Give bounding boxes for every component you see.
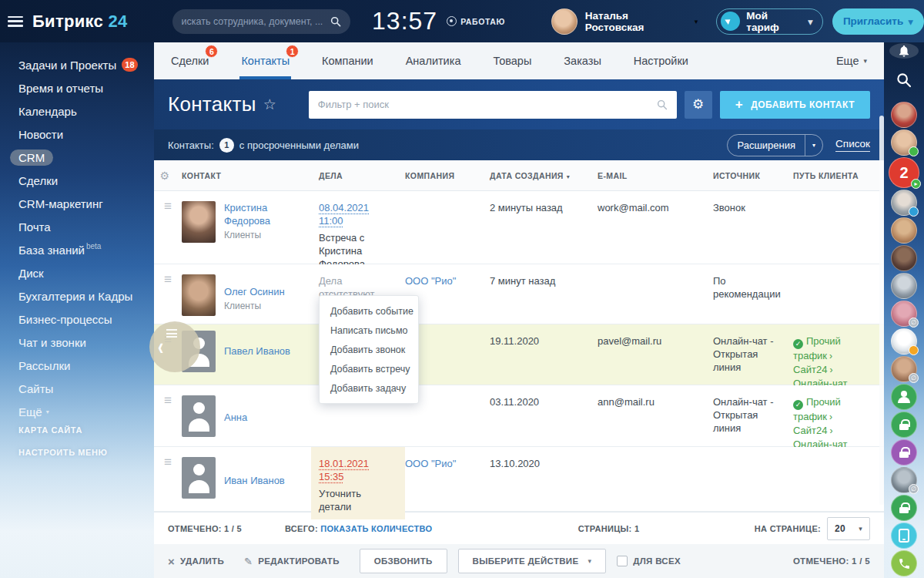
list-view-link[interactable]: Список [835, 138, 870, 152]
connected-device-button[interactable] [891, 523, 917, 549]
sidebar-item-tasks[interactable]: Задачи и Проекты18 [18, 53, 154, 76]
for-all-checkbox[interactable]: ДЛЯ ВСЕХ [617, 556, 681, 566]
collapse-sidebar-button[interactable]: ‹ [149, 321, 200, 372]
choose-action-dropdown[interactable]: ВЫБЕРИТЕ ДЕЙСТВИЕ▾ [458, 549, 607, 573]
tab-contacts[interactable]: Контакты1 [241, 42, 290, 79]
private-chat-lock-1[interactable] [891, 412, 917, 438]
tab-analytics[interactable]: Аналитика [406, 42, 461, 79]
drag-handle[interactable]: ≡ [154, 447, 182, 519]
sidebar-item-more[interactable]: Ещё▾ [18, 400, 154, 423]
sitemap-link[interactable]: КАРТА САЙТА [18, 425, 108, 435]
menu-item-add-task[interactable]: Добавить задачу [320, 378, 418, 398]
tab-orders[interactable]: Заказы [564, 42, 601, 79]
chat-user-icon-green[interactable] [891, 384, 917, 410]
view-settings-button[interactable]: ⚙ [685, 91, 712, 119]
chat-avatar-man-2[interactable] [891, 217, 917, 244]
col-path[interactable]: ПУТЬ КЛИЕНТА [793, 171, 884, 180]
drag-handle[interactable]: ≡ [154, 264, 182, 324]
table-row[interactable]: ≡ Иван Иванов 18.01.2021 15:35 Уточнить … [154, 447, 884, 512]
menu-item-add-event[interactable]: Добавить событие [320, 301, 418, 321]
contact-avatar[interactable] [182, 201, 216, 243]
contact-name-link[interactable]: Олег Осинин [224, 285, 285, 298]
sidebar-item-crm[interactable]: CRM [18, 146, 154, 169]
rail-search-button[interactable] [896, 72, 912, 91]
sidebar-item-chat-calls[interactable]: Чат и звонки [18, 331, 154, 354]
sidebar-item-time[interactable]: Время и отчеты [18, 76, 154, 99]
tab-products[interactable]: Товары [493, 42, 531, 79]
private-chat-lock-purple[interactable] [891, 439, 917, 465]
sidebar-item-mail[interactable]: Почта [18, 215, 154, 238]
activity-date-link[interactable]: 08.04.2021 11:00 [319, 201, 387, 227]
table-row[interactable]: ≡ Кристина Федорова Клиенты 08.04.2021 1… [154, 191, 884, 264]
user-menu[interactable]: Наталья Ростовская ▾ [551, 8, 698, 35]
favorite-star-icon[interactable]: ☆ [263, 96, 276, 113]
show-count-link[interactable]: ПОКАЗАТЬ КОЛИЧЕСТВО [320, 524, 432, 533]
columns-settings-gear-icon[interactable]: ⚙ [154, 170, 182, 182]
call-button[interactable]: ОБЗВОНИТЬ [360, 549, 447, 573]
contact-avatar-placeholder[interactable] [182, 457, 216, 499]
delete-button[interactable]: ×УДАЛИТЬ [168, 555, 224, 568]
sidebar-item-accounting[interactable]: Бухгалтерия и Кадры [18, 284, 154, 307]
configure-menu-link[interactable]: НАСТРОИТЬ МЕНЮ [18, 448, 108, 457]
logo[interactable]: Битрикс 24 [32, 12, 128, 32]
tab-more[interactable]: Еще▾ [836, 42, 867, 79]
chat-avatar-man-red[interactable] [891, 102, 917, 128]
private-chat-lock-2[interactable] [891, 495, 917, 521]
chat-avatar-woman-2[interactable]: ∅ [891, 301, 917, 327]
notifications-button[interactable] [889, 43, 919, 59]
sidebar-item-news[interactable]: Новости [18, 123, 154, 146]
chat-avatar-man-elder[interactable] [891, 190, 917, 216]
table-row[interactable]: ≡ Олег Осинин Клиенты Дела отсутствуют О… [154, 264, 884, 324]
col-email[interactable]: E-MAIL [598, 171, 713, 180]
overdue-count-badge[interactable]: 1 [219, 138, 234, 153]
tab-deals[interactable]: Сделки6 [171, 42, 209, 79]
chevron-down-icon[interactable]: ▾ [805, 135, 822, 156]
global-search[interactable] [172, 9, 350, 34]
menu-item-add-call[interactable]: Добавить звонок [320, 340, 418, 359]
invite-button[interactable]: Пригласить ▾ [832, 8, 924, 35]
sidebar-item-business-processes[interactable]: Бизнес-процессы [18, 307, 154, 331]
chat-avatar-man-4[interactable] [891, 273, 917, 299]
call-button[interactable] [891, 550, 917, 576]
per-page-select[interactable]: 20▾ [827, 517, 870, 540]
col-company[interactable]: КОМПАНИЯ [405, 171, 490, 180]
table-row-selected[interactable]: ≡ Павел Иванов 19.11.2020 pavel@mail.ru … [154, 324, 884, 386]
col-created[interactable]: ДАТА СОЗДАНИЯ▾ [490, 171, 598, 180]
sidebar-item-newsletters[interactable]: Рассылки [18, 354, 154, 377]
sidebar-item-crm-marketing[interactable]: CRM-маркетинг [18, 192, 154, 215]
sidebar-item-knowledge-base[interactable]: База знанийbeta [18, 238, 154, 261]
contact-avatar-placeholder[interactable] [182, 395, 216, 437]
sidebar-item-sites[interactable]: Сайты [18, 377, 154, 400]
company-link[interactable]: ООО "Рио" [405, 275, 456, 287]
menu-item-add-meeting[interactable]: Добавить встречу [320, 359, 418, 378]
col-activity[interactable]: ДЕЛА [319, 171, 405, 180]
menu-item-write-email[interactable]: Написать письмо [320, 321, 418, 340]
overdue-activity-date-link[interactable]: 18.01.2021 15:35 [319, 457, 387, 483]
extensions-button[interactable]: Расширения ▾ [727, 134, 823, 156]
scrollbar[interactable] [879, 116, 884, 505]
checkbox[interactable] [617, 556, 628, 566]
worktime-clock[interactable]: 13:57 [372, 7, 437, 35]
filter-search[interactable] [309, 91, 677, 119]
col-contact[interactable]: КОНТАКТ [182, 171, 319, 180]
tab-companies[interactable]: Компании [322, 42, 373, 79]
contact-name-link[interactable]: Анна [224, 411, 247, 424]
tariff-button[interactable]: Мой тариф ▾ [716, 8, 823, 35]
contact-name-link[interactable]: Иван Иванов [224, 474, 285, 487]
global-search-input[interactable] [182, 16, 330, 27]
chat-avatar-logo[interactable]: 2▸ [889, 157, 919, 188]
chat-avatar-man-3[interactable] [891, 245, 917, 271]
contact-avatar[interactable] [182, 274, 216, 316]
chat-avatar-woman-1[interactable] [891, 129, 917, 156]
hamburger-menu-icon[interactable] [8, 16, 23, 27]
contact-name-link[interactable]: Кристина Федорова [224, 201, 295, 227]
chat-avatar-man-5[interactable]: ∅ [891, 467, 917, 493]
add-contact-button[interactable]: +ДОБАВИТЬ КОНТАКТ [720, 91, 870, 119]
chat-avatar-husky[interactable] [891, 328, 917, 355]
chat-avatar-woman-3[interactable]: ∅ [891, 356, 917, 382]
sidebar-item-calendar[interactable]: Календарь [18, 99, 154, 123]
sidebar-item-drive[interactable]: Диск [18, 261, 154, 284]
edit-button[interactable]: ✎РЕДАКТИРОВАТЬ [244, 556, 340, 567]
company-link[interactable]: ООО "Рио" [405, 458, 456, 469]
contact-name-link[interactable]: Павел Иванов [224, 344, 290, 358]
